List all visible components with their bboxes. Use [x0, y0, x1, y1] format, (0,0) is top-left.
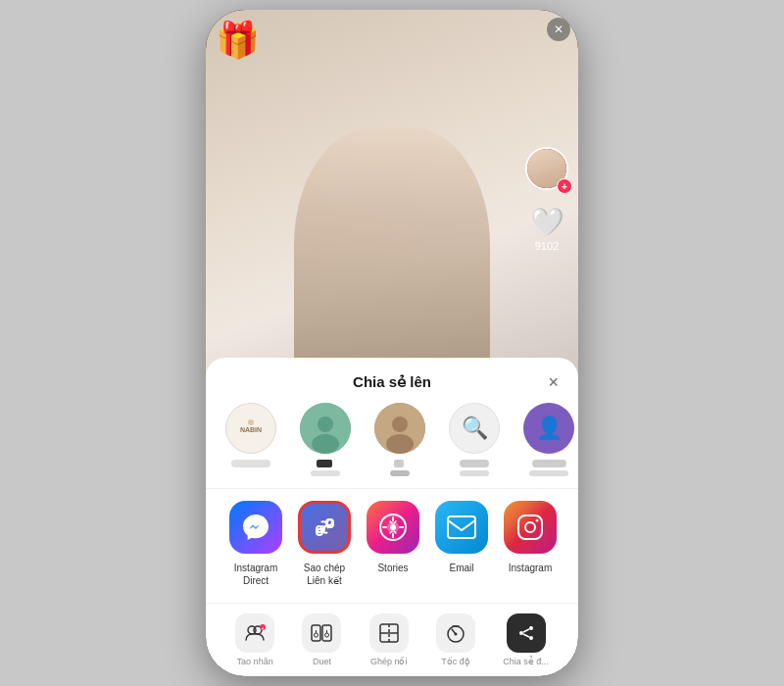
- tool-label-toc-do: Tốc độ: [441, 657, 470, 666]
- sheet-header: Chia sẻ lên ×: [206, 373, 578, 403]
- tool-label-duet: Duet: [313, 657, 331, 666]
- svg-text:+: +: [262, 625, 265, 631]
- svg-point-10: [326, 519, 332, 525]
- svg-point-32: [529, 636, 533, 640]
- contact-avatar-add: 👤: [523, 403, 574, 454]
- gift-icon[interactable]: 🎁: [216, 20, 260, 61]
- app-label-copy-link: Sao chépLiên kết: [304, 562, 345, 587]
- tool-item-duet[interactable]: Duet: [302, 613, 341, 666]
- apps-row: InstagramDirect Sao chépLiên kết: [206, 501, 578, 603]
- contact-avatar-nabin: NABIN: [225, 403, 276, 454]
- app-label-instagram-direct: InstagramDirect: [234, 562, 277, 587]
- svg-point-31: [529, 626, 533, 630]
- phone-container: 🎁 ✕ + 🤍 9102 Chia sẻ lên ×: [206, 10, 578, 676]
- tool-icon-tao-nhan: +: [235, 613, 274, 653]
- contact-item-search[interactable]: 🔍: [445, 403, 504, 476]
- contact-item-1[interactable]: [296, 403, 355, 476]
- svg-point-26: [325, 633, 329, 637]
- app-item-email[interactable]: Email: [427, 501, 496, 587]
- tool-icon-duet: [302, 613, 341, 653]
- svg-point-4: [318, 416, 333, 432]
- tool-item-toc-do[interactable]: Tốc độ: [436, 613, 475, 666]
- app-icon-stories: [367, 501, 419, 554]
- app-label-email: Email: [449, 562, 473, 574]
- contact-avatar-2: [374, 403, 425, 454]
- app-icon-messenger: [229, 501, 282, 554]
- tool-item-chia-se[interactable]: Chia sẻ đ...: [503, 613, 549, 666]
- svg-point-18: [536, 519, 539, 522]
- creator-avatar-container[interactable]: +: [525, 147, 568, 190]
- contact-item-nabin[interactable]: NABIN: [221, 403, 280, 476]
- contact-avatar-1: [300, 403, 351, 454]
- app-item-copy-link[interactable]: Sao chépLiên kết: [290, 501, 359, 587]
- heart-icon: 🤍: [530, 206, 564, 238]
- contact-item-add[interactable]: 👤: [519, 403, 578, 476]
- follow-button[interactable]: +: [557, 178, 572, 194]
- contact-name-search: [460, 460, 489, 476]
- contact-name-nabin: [231, 460, 270, 467]
- svg-point-8: [386, 434, 414, 454]
- tool-item-tao-nhan[interactable]: + Tao nhân: [235, 613, 274, 666]
- app-label-stories: Stories: [377, 562, 408, 574]
- svg-rect-15: [448, 516, 475, 538]
- sheet-close-button[interactable]: ×: [548, 372, 559, 393]
- svg-point-7: [392, 416, 408, 432]
- contact-name-1: [311, 460, 340, 476]
- right-sidebar: + 🤍 9102: [525, 147, 568, 252]
- svg-point-25: [315, 633, 318, 637]
- svg-rect-16: [518, 515, 542, 539]
- bottom-tools: + Tao nhân Duet: [206, 603, 578, 676]
- svg-point-29: [454, 633, 457, 636]
- contact-avatar-search: 🔍: [449, 403, 500, 454]
- svg-point-2: [248, 419, 254, 425]
- svg-text:NABIN: NABIN: [240, 426, 262, 433]
- contact-name-add: [529, 460, 568, 476]
- contact-item-2[interactable]: [370, 403, 429, 476]
- tool-label-chia-se: Chia sẻ đ...: [503, 657, 549, 666]
- app-icon-copy-link: [298, 501, 351, 554]
- app-item-instagram-direct[interactable]: InstagramDirect: [221, 501, 290, 587]
- app-label-instagram: Instagram: [509, 562, 552, 574]
- contacts-row: NABIN: [206, 403, 578, 488]
- svg-point-14: [390, 524, 396, 530]
- close-video-button[interactable]: ✕: [547, 18, 570, 41]
- tool-item-ghep-noi[interactable]: Ghép nối: [369, 613, 409, 666]
- svg-line-33: [523, 629, 529, 632]
- svg-line-34: [523, 634, 529, 637]
- share-bottom-sheet: Chia sẻ lên × NABIN: [206, 358, 578, 676]
- contact-name-2: [390, 460, 410, 476]
- app-icon-email: [435, 501, 488, 554]
- tool-label-ghep-noi: Ghép nối: [370, 657, 408, 666]
- app-item-stories[interactable]: Stories: [359, 501, 427, 587]
- tool-icon-chia-se: [507, 613, 546, 653]
- tool-icon-ghep-noi: [369, 613, 409, 653]
- app-icon-instagram: [504, 501, 557, 554]
- divider-1: [206, 488, 578, 489]
- likes-count: 9102: [535, 240, 559, 252]
- svg-point-17: [525, 522, 535, 532]
- tool-label-tao-nhan: Tao nhân: [237, 657, 273, 666]
- sheet-title: Chia sẻ lên: [353, 373, 431, 391]
- tool-icon-toc-do: [436, 613, 475, 653]
- likes-container[interactable]: 🤍 9102: [530, 206, 564, 252]
- svg-point-30: [519, 631, 523, 635]
- app-item-instagram[interactable]: Instagram: [496, 501, 564, 587]
- svg-point-5: [312, 434, 339, 454]
